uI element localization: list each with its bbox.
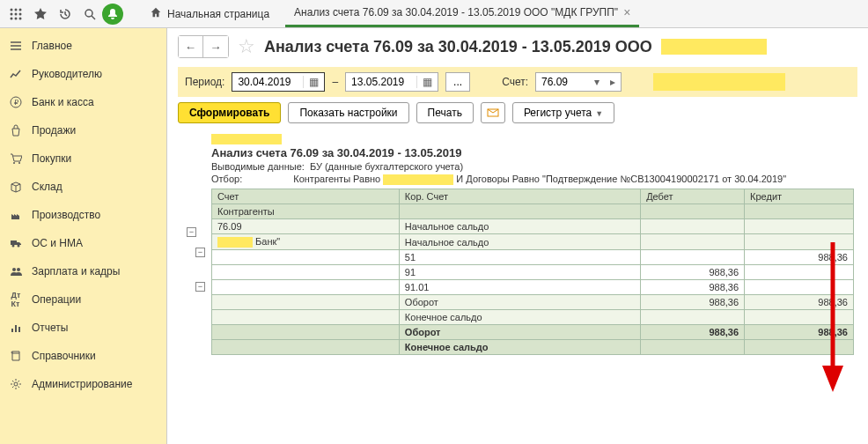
cell: Банк" [212, 234, 400, 250]
account-select[interactable]: ▾ ▸ [535, 72, 622, 92]
svg-point-14 [18, 162, 20, 164]
tree-collapse-icon[interactable]: − [195, 248, 205, 257]
col-account: Счет [212, 189, 400, 204]
tree-collapse-icon[interactable]: − [195, 282, 205, 292]
sidebar-item-warehouse[interactable]: Склад [0, 173, 166, 201]
svg-point-19 [14, 382, 18, 386]
truck-icon [9, 236, 23, 250]
home-icon [150, 6, 162, 21]
period-picker-button[interactable]: ... [445, 72, 470, 92]
sidebar-item-production[interactable]: Производство [0, 201, 166, 229]
sidebar-item-bank[interactable]: ₽Банк и касса [0, 88, 166, 116]
mail-button[interactable] [481, 102, 505, 123]
sidebar-item-purchases[interactable]: Покупки [0, 144, 166, 173]
sidebar-item-payroll[interactable]: Зарплата и кадры [0, 257, 166, 285]
register-button[interactable]: Регистр учета▼ [512, 102, 614, 123]
dtkt-icon: ДтКт [9, 292, 23, 307]
report-subtitle: Выводимые данные: БУ (данные бухгалтерск… [211, 161, 857, 172]
cell: 51 [399, 250, 640, 265]
svg-point-8 [19, 17, 22, 19]
report-filter: Отбор: Контрагенты Равно И Договоры Равн… [211, 174, 857, 185]
show-settings-button[interactable]: Показать настройки [288, 102, 408, 123]
action-bar: Сформировать Показать настройки Печать Р… [178, 102, 857, 123]
home-label: Начальная страница [167, 8, 269, 20]
account-input[interactable] [536, 73, 589, 91]
chart-icon [9, 67, 23, 81]
dropdown-icon[interactable]: ▾ [589, 76, 605, 88]
tree-collapse-icon[interactable]: − [187, 227, 196, 237]
cell: 988,36 [641, 265, 745, 280]
col-cor-account: Кор. Счет [399, 189, 640, 204]
menu-icon [9, 39, 23, 53]
bars-icon [9, 321, 23, 335]
svg-point-0 [11, 8, 13, 11]
main-content: ← → ☆ Анализ счета 76.09 за 30.04.2019 -… [167, 28, 868, 444]
org-name-redacted [661, 39, 767, 55]
date-to-input[interactable] [346, 73, 416, 91]
apps-icon[interactable] [4, 2, 28, 26]
search-icon[interactable] [77, 2, 102, 26]
bell-icon[interactable] [102, 4, 123, 25]
home-tab[interactable]: Начальная страница [141, 6, 278, 21]
factory-icon [9, 208, 23, 222]
forward-button[interactable]: → [203, 36, 228, 57]
cell: Конечное сальдо [399, 310, 640, 325]
nav-back-forward: ← → [178, 35, 229, 58]
sidebar-item-admin[interactable]: Администрирование [0, 370, 166, 398]
back-button[interactable]: ← [179, 36, 203, 57]
svg-point-17 [12, 268, 16, 271]
date-dash: – [332, 76, 338, 88]
star-icon[interactable] [28, 2, 53, 26]
date-to-field[interactable]: ▦ [345, 72, 438, 92]
org-select-redacted[interactable] [653, 73, 785, 91]
cell: 988,36 [745, 325, 854, 340]
svg-line-10 [92, 16, 95, 19]
svg-point-9 [85, 10, 92, 17]
date-from-field[interactable]: ▦ [232, 72, 325, 92]
svg-point-13 [13, 162, 15, 164]
ruble-icon: ₽ [9, 95, 23, 109]
tree-column: − − − [183, 227, 208, 292]
cell: 988,36 [641, 325, 745, 340]
svg-text:₽: ₽ [14, 99, 18, 107]
sidebar-item-main[interactable]: Главное [0, 32, 166, 60]
svg-point-3 [11, 12, 13, 15]
calendar-icon[interactable]: ▦ [303, 76, 324, 88]
cell: Оборот [399, 325, 640, 340]
sidebar-item-reports[interactable]: Отчеты [0, 314, 166, 342]
form-button[interactable]: Сформировать [178, 102, 281, 123]
cell: 91.01 [399, 280, 640, 295]
tab-label: Анализ счета 76.09 за 30.04.2019 - 13.05… [294, 6, 618, 18]
favorite-star-icon[interactable]: ☆ [238, 35, 255, 58]
bag-icon [9, 123, 23, 137]
sidebar-item-manager[interactable]: Руководителю [0, 60, 166, 88]
col-debit: Дебет [641, 189, 745, 204]
sidebar-item-operations[interactable]: ДтКтОперации [0, 285, 166, 314]
calendar-icon[interactable]: ▦ [416, 76, 438, 88]
svg-point-6 [11, 17, 13, 19]
people-icon [9, 264, 23, 278]
sidebar-item-sales[interactable]: Продажи [0, 116, 166, 144]
sidebar-item-assets[interactable]: ОС и НМА [0, 229, 166, 257]
cell: Оборот [399, 295, 640, 310]
redacted [211, 134, 282, 144]
tab-active[interactable]: Анализ счета 76.09 за 30.04.2019 - 13.05… [285, 0, 639, 27]
date-from-input[interactable] [232, 73, 303, 91]
close-icon[interactable]: × [623, 5, 630, 19]
cell: Начальное сальдо [399, 219, 640, 234]
cell: 988,36 [641, 295, 745, 310]
box-icon [9, 180, 23, 194]
print-button[interactable]: Печать [416, 102, 474, 123]
filter-bar: Период: ▦ – ▦ ... Счет: ▾ ▸ [178, 67, 857, 97]
report-table: Счет Кор. Счет Дебет Кредит Контрагенты … [211, 189, 854, 355]
open-icon[interactable]: ▸ [605, 76, 621, 88]
topbar: Начальная страница Анализ счета 76.09 за… [0, 0, 868, 28]
svg-point-16 [18, 245, 20, 248]
gear-icon [9, 377, 23, 391]
history-icon[interactable] [53, 2, 77, 26]
svg-point-1 [15, 8, 18, 11]
svg-point-4 [15, 12, 18, 15]
col-credit: Кредит [745, 189, 854, 204]
cell: 988,36 [641, 280, 745, 295]
sidebar-item-catalogs[interactable]: Справочники [0, 342, 166, 370]
